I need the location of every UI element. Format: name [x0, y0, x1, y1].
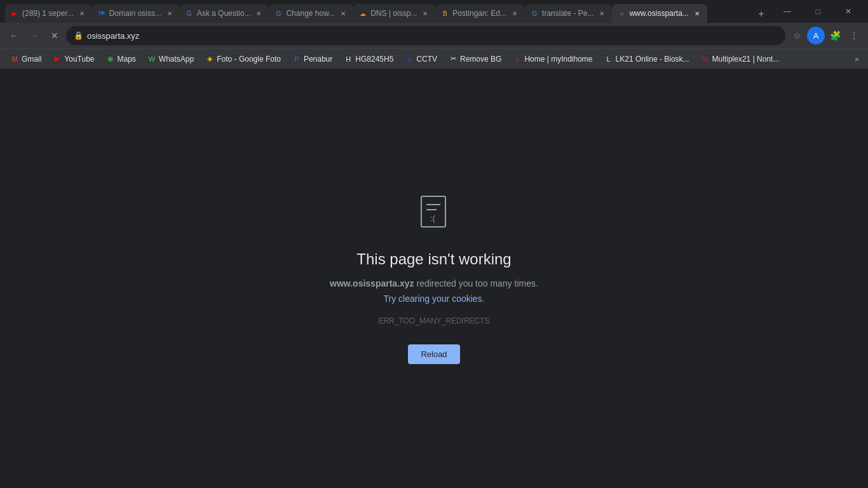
bookmark-favicon: ⌂	[513, 55, 522, 64]
reload-button[interactable]: ✕	[46, 27, 64, 44]
menu-button[interactable]: ⋮	[845, 27, 863, 44]
browser-tab-tab8[interactable]: ○www.osissparta...✕	[612, 4, 707, 23]
bookmark-item[interactable]: ◉Maps	[101, 51, 141, 67]
bookmark-item[interactable]: MGmail	[5, 51, 46, 67]
tab-title: Ask a Questio...	[197, 9, 251, 18]
bookmark-item[interactable]: ▶YouTube	[48, 51, 99, 67]
bookmarks-more-button[interactable]: »	[851, 51, 863, 67]
bookmark-favicon: H	[344, 55, 353, 64]
tab-favicon: ☁	[358, 9, 367, 18]
reload-button[interactable]: Reload	[408, 344, 459, 364]
forward-button[interactable]: →	[25, 27, 43, 44]
bookmark-label: Home | myIndihome	[524, 55, 592, 64]
bookmark-item[interactable]: ⌂Home | myIndihome	[508, 51, 597, 67]
bookmark-label: WhatsApp	[159, 55, 194, 64]
tab-strip: ▶(289) 1 seper...✕🗺Domain osiss...✕GAsk …	[5, 0, 770, 23]
bookmark-favicon: W	[147, 55, 156, 64]
close-button[interactable]: ✕	[834, 0, 863, 23]
clear-cookies-link[interactable]: Try clearing your cookies.	[384, 294, 485, 304]
bookmark-favicon: M	[10, 55, 19, 64]
tab-favicon: G	[185, 9, 194, 18]
tab-title: Domain osiss...	[109, 9, 161, 18]
tab-close-button[interactable]: ✕	[692, 8, 702, 18]
bookmarks-bar: MGmail▶YouTube◉MapsWWhatsApp◈Foto - Goog…	[0, 48, 868, 69]
tab-title: www.osissparta...	[629, 9, 688, 18]
address-bar: ← → ✕ 🔒 osissparta.xyz ☆ A 🧩 ⋮	[0, 23, 868, 48]
browser-tab-tab4[interactable]: GChange how...✕	[269, 4, 353, 23]
tab-close-button[interactable]: ✕	[165, 8, 175, 18]
bookmark-label: LK21 Online - Biosk...	[616, 55, 689, 64]
tab-close-button[interactable]: ✕	[77, 8, 87, 18]
bookmark-favicon: ◉	[106, 55, 115, 64]
bookmark-label: Remove BG	[460, 55, 501, 64]
bookmark-label: Maps	[118, 55, 136, 64]
bookmark-item[interactable]: ◈Foto - Google Foto	[200, 51, 286, 67]
bookmark-favicon: ◈	[205, 55, 214, 64]
extensions-button[interactable]: 🧩	[826, 27, 844, 44]
tab-favicon: 🗺	[97, 9, 106, 18]
bookmark-favicon: L	[604, 55, 613, 64]
address-bar-actions: ☆ A 🧩 ⋮	[788, 27, 863, 44]
tab-title: translate - Pe...	[542, 9, 593, 18]
error-detail: redirected you too many times.	[417, 278, 538, 288]
tab-favicon: ▶	[10, 9, 19, 18]
title-bar: ▶(289) 1 seper...✕🗺Domain osiss...✕GAsk …	[0, 0, 868, 23]
bookmark-item[interactable]: HHG8245H5	[339, 51, 398, 67]
svg-text::(: :(	[430, 214, 435, 223]
bookmark-item[interactable]: VCCTV	[400, 51, 442, 67]
bookmark-item[interactable]: MMultiplex21 | Nont...	[696, 51, 785, 67]
bookmark-label: Gmail	[22, 55, 41, 64]
browser-tab-tab2[interactable]: 🗺Domain osiss...✕	[92, 4, 180, 23]
error-code: ERR_TOO_MANY_REDIRECTS	[378, 316, 489, 325]
bookmark-label: YouTube	[64, 55, 94, 64]
bookmark-favicon: ✂	[449, 55, 458, 64]
bookmark-item[interactable]: PPenabur	[287, 51, 337, 67]
bookmark-label: Penabur	[304, 55, 332, 64]
bookmark-favicon: M	[701, 55, 710, 64]
tab-close-button[interactable]: ✕	[420, 8, 430, 18]
error-domain: www.osissparta.xyz	[330, 278, 414, 288]
url-bar[interactable]: 🔒 osissparta.xyz	[66, 26, 785, 45]
tab-title: (289) 1 seper...	[22, 9, 74, 18]
error-title: This page isn't working	[356, 250, 511, 268]
bookmark-item[interactable]: WWhatsApp	[142, 51, 199, 67]
browser-tab-tab3[interactable]: GAsk a Questio...✕	[180, 4, 269, 23]
bookmark-item[interactable]: LLK21 Online - Biosk...	[599, 51, 695, 67]
bookmark-item[interactable]: ✂Remove BG	[444, 51, 506, 67]
tab-close-button[interactable]: ✕	[254, 8, 264, 18]
bookmark-favicon: V	[405, 55, 414, 64]
tab-title: Change how...	[286, 9, 335, 18]
bookmark-favicon: P	[292, 55, 301, 64]
tab-favicon: G	[274, 9, 283, 18]
browser-tab-tab5[interactable]: ☁DNS | oissp...✕	[353, 4, 435, 23]
bookmark-label: Multiplex21 | Nont...	[712, 55, 780, 64]
lock-icon: 🔒	[74, 31, 83, 40]
back-button[interactable]: ←	[5, 27, 23, 44]
bookmark-label: CCTV	[416, 55, 437, 64]
bookmark-label: HG8245H5	[355, 55, 393, 64]
bookmark-star-button[interactable]: ☆	[788, 27, 806, 44]
profile-button[interactable]: A	[807, 27, 825, 44]
minimize-button[interactable]: —	[773, 0, 802, 23]
error-page-icon: :(	[415, 193, 453, 231]
page-content: :( This page isn't working www.osisspart…	[0, 69, 868, 488]
window-controls: — □ ✕	[773, 0, 863, 23]
browser-tab-tab7[interactable]: Gtranslate - Pe...✕	[525, 4, 612, 23]
tab-title: DNS | oissp...	[370, 9, 417, 18]
tab-title: Postingan: Ed...	[452, 9, 506, 18]
new-tab-button[interactable]: +	[752, 5, 770, 23]
tab-close-button[interactable]: ✕	[338, 8, 348, 18]
tab-close-button[interactable]: ✕	[597, 8, 607, 18]
tab-close-button[interactable]: ✕	[510, 8, 520, 18]
browser-tab-tab6[interactable]: BPostingan: Ed...✕	[435, 4, 525, 23]
bookmark-label: Foto - Google Foto	[217, 55, 281, 64]
browser-tab-tab1[interactable]: ▶(289) 1 seper...✕	[5, 4, 92, 23]
maximize-button[interactable]: □	[803, 0, 832, 23]
error-message: www.osissparta.xyz redirected you too ma…	[330, 278, 538, 288]
bookmark-favicon: ▶	[53, 55, 62, 64]
tab-favicon: B	[440, 9, 449, 18]
tab-favicon: G	[530, 9, 539, 18]
url-text: osissparta.xyz	[87, 31, 778, 41]
tab-favicon: ○	[617, 9, 626, 18]
